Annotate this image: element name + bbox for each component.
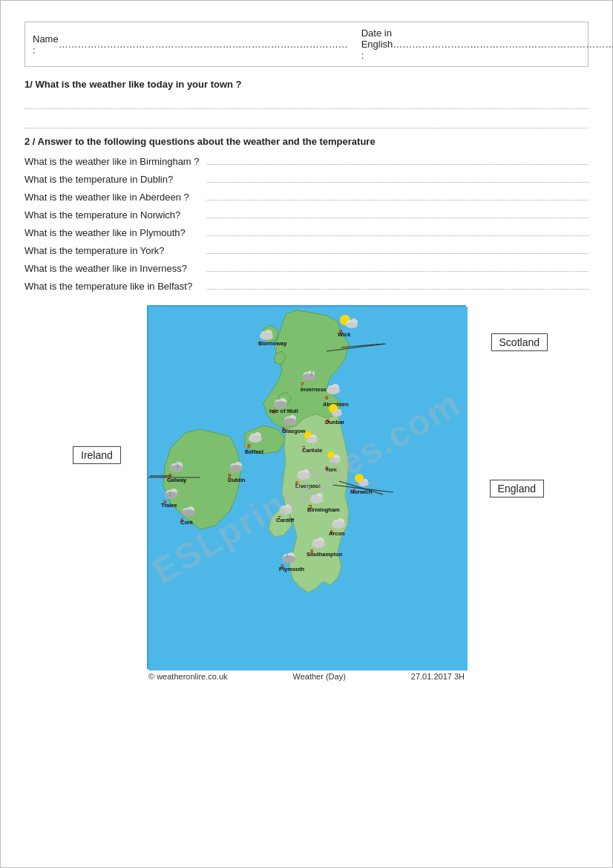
- svg-text:|: |: [177, 462, 178, 469]
- date-dots: ………………………………………………………………………………………: [393, 39, 613, 50]
- map-container: ESLprintables.com: [147, 305, 466, 669]
- question-row-2: What is the weather like in Aberdeen ?: [24, 189, 589, 203]
- svg-text:Stornoway: Stornoway: [258, 340, 287, 347]
- svg-point-46: [283, 418, 297, 425]
- svg-text:Wick: Wick: [338, 331, 351, 338]
- question-row-7: What is the temperature like in Belfast?: [24, 278, 589, 292]
- svg-point-114: [332, 521, 345, 529]
- question-6: What is the weather like in Inverness?: [24, 263, 203, 274]
- svg-point-77: [165, 492, 178, 499]
- svg-text:|: |: [311, 369, 312, 376]
- name-dots: ………………………………………………………………………………: [59, 39, 348, 50]
- svg-text:Liverpool: Liverpool: [295, 483, 321, 489]
- question-row-0: What is the weather like in Birmingham ?: [24, 153, 589, 167]
- caption-center: Weather (Day): [293, 672, 346, 681]
- svg-text:Dunbar: Dunbar: [325, 419, 344, 425]
- svg-point-108: [282, 555, 295, 563]
- question-4: What is the weather like in Plymouth?: [24, 227, 203, 238]
- svg-point-88: [297, 472, 310, 480]
- date-label: Date in English :: [361, 27, 393, 61]
- name-label: Name :: [33, 33, 59, 56]
- question-row-1: What is the temperature in Dublin?: [24, 171, 589, 185]
- svg-text:York: York: [325, 466, 338, 473]
- svg-point-93: [358, 480, 369, 486]
- caption-left: © weatheronlire.co.uk: [148, 672, 228, 681]
- svg-point-67: [229, 465, 243, 472]
- ireland-label: Ireland: [73, 446, 121, 464]
- svg-point-20: [346, 322, 358, 328]
- svg-point-103: [310, 496, 324, 503]
- svg-text:Cardiff: Cardiff: [276, 517, 295, 523]
- svg-point-119: [312, 541, 325, 548]
- svg-text:Glasgow: Glasgow: [282, 428, 305, 434]
- england-label: England: [490, 480, 544, 497]
- map-section: Ireland England Scotland ESLprintables.c…: [24, 305, 589, 681]
- svg-text:|: |: [169, 490, 171, 497]
- svg-text:6: 6: [325, 394, 329, 401]
- svg-point-72: [329, 457, 341, 463]
- question-row-6: What is the weather like in Inverness?: [24, 260, 589, 274]
- caption-right: 27.01.2017 3H: [411, 672, 465, 681]
- section2: 2 / Answer to the following questions ab…: [24, 136, 589, 292]
- section1-title: 1/ What is the weather like today in you…: [24, 79, 589, 90]
- svg-point-14: [260, 333, 273, 340]
- svg-point-25: [302, 373, 315, 381]
- question-7: What is the temperature like in Belfast?: [24, 281, 203, 292]
- svg-text:Birmingham: Birmingham: [307, 506, 340, 513]
- svg-text:Plymouth: Plymouth: [279, 566, 305, 572]
- svg-point-56: [306, 437, 318, 443]
- svg-text:|: |: [286, 552, 288, 559]
- svg-point-31: [327, 387, 340, 394]
- section2-title: 2 / Answer to the following questions ab…: [24, 136, 589, 147]
- svg-text:Norwich: Norwich: [350, 489, 373, 495]
- svg-text:Dublin: Dublin: [228, 477, 246, 483]
- scotland-label: Scotland: [491, 333, 548, 351]
- map-svg: 8 Stornoway 8 Wick: [148, 307, 468, 670]
- header-row: Name : ……………………………………………………………………………… Da…: [24, 22, 589, 67]
- question-0: What is the weather like in Birmingham ?: [24, 156, 203, 167]
- svg-text:Arcon: Arcon: [329, 530, 345, 537]
- section1: 1/ What is the weather like today in you…: [24, 79, 589, 128]
- svg-text:Carlisle: Carlisle: [302, 447, 322, 454]
- question-3: What is the temperature in Norwich?: [24, 209, 203, 221]
- svg-point-41: [332, 411, 342, 417]
- question-row-3: What is the temperature in Norwich?: [24, 206, 589, 221]
- page: Name : ……………………………………………………………………………… Da…: [0, 0, 613, 868]
- map-caption: © weatheronlire.co.uk Weather (Day) 27.0…: [147, 672, 466, 681]
- svg-text:Belfast: Belfast: [245, 448, 264, 455]
- question-row-4: What is the weather like in Plymouth?: [24, 224, 589, 238]
- question-row-5: What is the temperature in York?: [24, 242, 589, 256]
- svg-point-98: [279, 507, 292, 515]
- svg-text:Isle of Mull: Isle of Mull: [269, 408, 298, 414]
- svg-text:Tralee: Tralee: [161, 502, 177, 509]
- svg-point-83: [182, 509, 195, 517]
- question-2: What is the weather like in Aberdeen ?: [24, 192, 203, 203]
- svg-point-51: [249, 435, 262, 443]
- svg-text:Inverness: Inverness: [301, 386, 327, 393]
- question-1: What is the temperature in Dublin?: [24, 174, 203, 185]
- svg-text:Galway: Galway: [167, 477, 187, 483]
- svg-text:Southampton: Southampton: [306, 551, 343, 558]
- svg-text:Cork: Cork: [180, 519, 194, 526]
- question-5: What is the temperature in York?: [24, 245, 203, 256]
